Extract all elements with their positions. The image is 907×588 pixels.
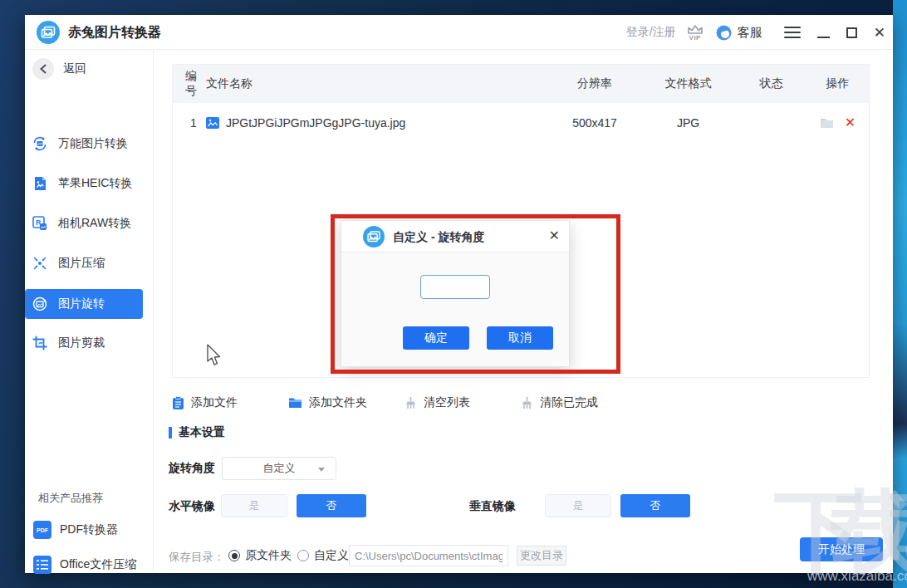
back-arrow-icon — [32, 58, 54, 80]
raw-convert-icon: R — [32, 215, 48, 232]
radio-original-folder[interactable]: 原文件夹 — [228, 548, 292, 563]
hamburger-menu-icon[interactable] — [784, 27, 801, 38]
image-crop-icon — [32, 335, 48, 351]
col-header-no: 编号 — [173, 69, 206, 99]
sidebar-item-image-crop[interactable]: 图片剪裁 — [32, 333, 105, 353]
back-button[interactable]: 返回 — [32, 58, 86, 80]
vip-label: VIP — [689, 35, 701, 41]
rotate-angle-dropdown[interactable]: 自定义 — [222, 457, 336, 480]
image-compress-icon — [32, 255, 48, 272]
rotate-angle-label: 旋转角度 — [169, 461, 215, 476]
horizontal-mirror-label: 水平镜像 — [169, 499, 215, 514]
rotate-angle-input[interactable] — [420, 275, 490, 299]
col-header-filename: 文件名称 — [206, 76, 549, 91]
sidebar-item-heic-convert[interactable]: 苹果HEIC转换 — [32, 174, 132, 194]
recommend-section-title: 相关产品推荐 — [38, 491, 103, 506]
sidebar: 返回 万能图片转换 苹果HEIC转换 R 相机RAW转换 图片压缩 — [25, 50, 154, 573]
dialog-logo-icon — [363, 226, 385, 247]
customer-service-label[interactable]: 客服 — [738, 25, 762, 41]
sidebar-item-pdf-converter[interactable]: PDF PDF转换器 — [33, 521, 118, 539]
maximize-button[interactable] — [846, 27, 857, 38]
change-dir-button[interactable]: 更改目录 — [517, 546, 566, 566]
content-panel: 编号 文件名称 分辨率 文件格式 状态 操作 1 JPGtJPGiJPGmJPG… — [154, 50, 893, 573]
file-toolbar: 添加文件 添加文件夹 清空列表 清除已完成 — [172, 395, 637, 410]
delete-file-icon[interactable]: ✕ — [845, 116, 856, 130]
hmirror-yes-button[interactable]: 是 — [221, 494, 287, 517]
desktop-wallpaper-strip — [893, 0, 907, 588]
open-folder-icon[interactable] — [820, 117, 834, 129]
titlebar: 赤兔图片转换器 登录/注册 VIP 客服 ✕ — [25, 15, 893, 50]
sidebar-item-image-compress[interactable]: 图片压缩 — [32, 253, 105, 273]
app-logo-icon — [37, 21, 60, 44]
universal-convert-icon — [32, 135, 48, 152]
login-register-link[interactable]: 登录/注册 — [626, 25, 676, 40]
hmirror-no-button[interactable]: 否 — [297, 494, 366, 517]
col-header-resolution: 分辨率 — [549, 76, 640, 91]
office-compress-icon — [33, 556, 51, 574]
sidebar-item-universal-convert[interactable]: 万能图片转换 — [32, 134, 128, 154]
sidebar-item-image-rotate[interactable]: 图片旋转 — [25, 289, 143, 319]
vmirror-no-button[interactable]: 否 — [620, 494, 690, 517]
radio-custom-folder[interactable]: 自定义 — [297, 548, 349, 563]
close-button[interactable]: ✕ — [874, 26, 885, 40]
clear-completed-button[interactable]: 清除已完成 — [521, 395, 637, 410]
row-filename: JPGtJPGiJPGmJPGgJPG-tuya.jpg — [226, 116, 405, 130]
sidebar-item-raw-convert[interactable]: R 相机RAW转换 — [32, 213, 131, 233]
add-file-button[interactable]: 添加文件 — [172, 395, 288, 410]
col-header-status: 状态 — [736, 76, 806, 91]
dialog-close-icon[interactable]: ✕ — [549, 228, 560, 243]
table-header: 编号 文件名称 分辨率 文件格式 状态 操作 — [173, 65, 869, 103]
pdf-icon: PDF — [33, 521, 51, 539]
col-header-operation: 操作 — [806, 76, 869, 91]
add-folder-icon — [288, 397, 302, 409]
start-processing-button[interactable]: 开始处理 — [800, 537, 883, 561]
radio-unselected-icon — [297, 550, 309, 561]
table-row: 1 JPGtJPGiJPGmJPGgJPG-tuya.jpg 500x417 J… — [173, 103, 869, 142]
dialog-titlebar: 自定义 - 旋转角度 ✕ — [341, 221, 569, 252]
vip-crown-icon[interactable]: VIP — [686, 24, 704, 41]
add-folder-button[interactable]: 添加文件夹 — [288, 395, 404, 410]
app-title: 赤兔图片转换器 — [68, 24, 161, 42]
clear-completed-icon — [521, 396, 533, 409]
chevron-down-icon — [318, 468, 325, 472]
heic-convert-icon — [32, 175, 48, 192]
save-dir-label: 保存目录： — [169, 550, 225, 565]
image-file-icon — [206, 117, 219, 129]
save-path-input[interactable] — [349, 545, 508, 566]
custom-rotate-dialog: 自定义 - 旋转角度 ✕ 确定 取消 — [341, 220, 570, 367]
row-format: JPG — [640, 116, 736, 130]
dialog-cancel-button[interactable]: 取消 — [487, 326, 553, 350]
basic-settings-section: 基本设置 — [169, 425, 225, 440]
col-header-format: 文件格式 — [640, 76, 736, 91]
clear-list-icon — [404, 396, 417, 409]
minimize-button[interactable] — [817, 27, 830, 38]
vertical-mirror-label: 垂直镜像 — [469, 499, 516, 514]
row-resolution: 500x417 — [549, 116, 640, 130]
row-number: 1 — [173, 116, 206, 130]
radio-selected-icon — [228, 550, 240, 561]
vmirror-yes-button[interactable]: 是 — [545, 494, 611, 517]
sidebar-item-office-compress[interactable]: Office文件压缩 — [33, 556, 136, 574]
dialog-title: 自定义 - 旋转角度 — [393, 230, 484, 245]
section-accent-bar — [169, 427, 172, 439]
add-file-icon — [172, 396, 184, 410]
image-rotate-icon — [32, 296, 48, 312]
clear-list-button[interactable]: 清空列表 — [404, 395, 521, 410]
app-window: 赤兔图片转换器 登录/注册 VIP 客服 ✕ 返回 — [25, 15, 893, 573]
customer-service-avatar-icon[interactable] — [716, 25, 732, 41]
dialog-ok-button[interactable]: 确定 — [403, 326, 469, 350]
